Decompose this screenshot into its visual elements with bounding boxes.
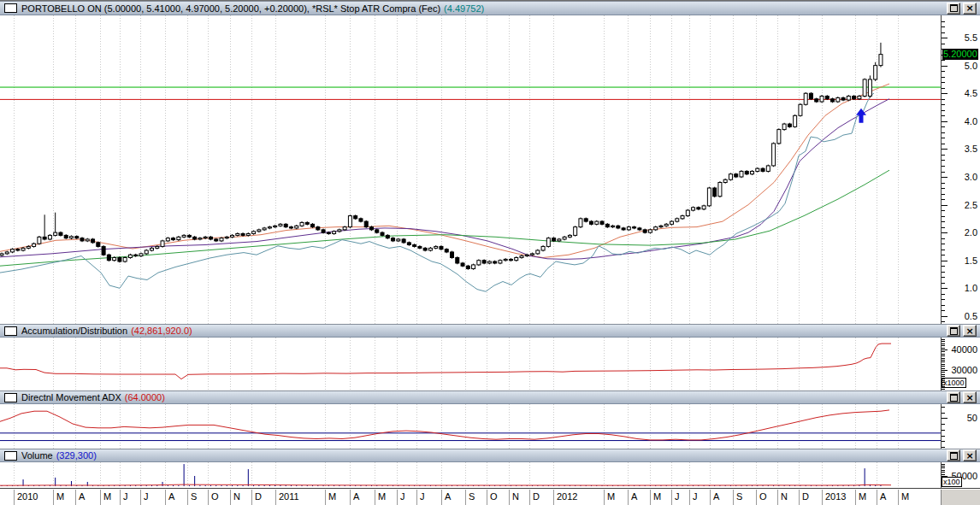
scale-tick [942,255,945,255]
price-chart-title: PORTOBELLO ON (5.00000, 5.41000, 4.97000… [21,3,484,14]
maximize-button[interactable] [947,391,960,403]
scale-tick [942,155,945,156]
multiplier-badge: x100 [942,477,962,487]
accdist-plot[interactable] [0,338,941,390]
candle [392,237,395,242]
price-scale[interactable]: 5.20000 0.51.01.52.02.53.03.54.04.55.05.… [941,15,980,324]
candle [735,173,738,178]
candle [788,123,791,128]
chart-window-icon [4,326,17,336]
candle [338,229,341,233]
scale-label: 3.5 [965,144,977,154]
maximize-icon [950,327,958,335]
candle [402,238,405,244]
axis-month-label: M [378,491,386,502]
scale-tick [942,121,948,122]
candle [546,237,550,247]
candle [777,128,781,144]
accdist-titlebar[interactable]: Accumulation/Distribution(42,861,920.0) … [0,324,980,338]
axis-month-divider [877,490,877,505]
maximize-button[interactable] [947,3,960,15]
candle [118,256,121,262]
candle [38,236,41,244]
candle [386,234,389,239]
last-price-tag: 5.20000 [942,49,978,60]
scale-tick [942,244,945,244]
candle [54,213,57,237]
candle [177,236,180,241]
axis-month-divider [628,490,629,505]
price-chart-titlebar[interactable]: PORTOBELLO ON (5.00000, 5.41000, 4.97000… [0,1,980,15]
candle [574,226,577,236]
candle [11,248,15,253]
axis-month-label: M [103,491,111,502]
axis-month-label: O [759,491,767,502]
close-button[interactable]: × [963,449,977,461]
scale-tick [942,467,945,468]
candle [375,229,379,234]
axis-month-divider [509,490,510,505]
axis-month-label: J [123,491,128,502]
scale-tick [942,132,945,133]
adx-scale[interactable]: 50 [941,404,980,449]
scale-tick [942,221,945,222]
candle [487,261,491,265]
scale-tick [942,266,945,267]
scale-tick [942,160,945,161]
time-axis[interactable]: 2010MAMJJASOND2011MAMJJASOND2012MAMJJASO… [0,488,980,505]
axis-corner [941,490,980,505]
adx-plot[interactable] [0,404,941,449]
accdist-title: Accumulation/Distribution(42,861,920.0) [21,326,192,336]
axis-month-divider [671,490,672,505]
candle [145,250,148,255]
close-button[interactable]: × [963,325,977,337]
candle [364,220,368,228]
axis-month-label: O [490,491,498,502]
scale-tick [942,305,945,306]
close-button[interactable]: × [963,3,977,15]
candle [847,95,850,101]
candle [499,259,502,264]
axis-month-divider [855,490,856,505]
axis-month-label: A [445,491,451,502]
candle [123,256,127,262]
candle [676,218,679,223]
scale-tick [942,77,945,78]
scale-tick [942,470,945,471]
scale-tick [942,49,945,50]
scale-tick [942,355,945,356]
volume-titlebar[interactable]: Volume(329,300) × [0,449,980,462]
maximize-icon [950,452,958,460]
chart-window-icon [4,393,17,402]
maximize-button[interactable] [947,325,960,337]
scale-tick [942,316,948,317]
scale-tick [942,38,948,38]
scale-tick [942,345,945,346]
axis-month-label: J [675,491,680,502]
adx-titlebar[interactable]: Directnl Movement ADX(64.0000) × [0,390,980,404]
maximize-button[interactable] [947,449,960,461]
volume-scale[interactable]: x100 50000 [941,462,980,488]
scale-tick [942,474,945,475]
axis-month-label: A [168,491,174,502]
scale-tick [942,424,945,425]
close-button[interactable]: × [963,391,977,403]
candle [541,245,545,251]
candle [659,225,663,228]
axis-month-divider [165,490,166,505]
accdist-scale[interactable]: x1000 4000030000 [941,338,980,390]
price-chart-plot[interactable] [0,15,941,324]
scale-tick [942,66,948,67]
candle [836,97,840,103]
axis-month-divider [441,490,442,505]
adx-body: 50 [0,404,980,449]
candle [552,237,556,242]
candle [472,264,475,270]
scale-tick [942,216,945,217]
axis-month-label: A [353,491,359,502]
volume-plot[interactable] [0,462,941,488]
axis-month-divider [756,490,757,505]
scale-tick [942,418,948,419]
candle [456,256,459,264]
scale-tick [942,138,945,138]
